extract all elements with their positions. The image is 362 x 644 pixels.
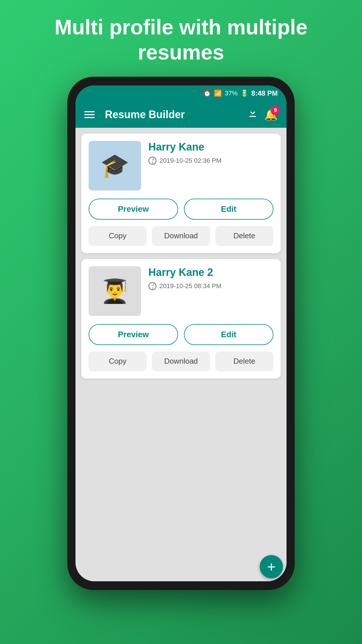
card-top-2: 👨‍🎓 Harry Kane 2 2019-10-25 08:34 PM (89, 266, 273, 316)
content-area: 🎓 Harry Kane 2019-10-25 02:36 PM Preview… (75, 128, 287, 581)
profile-date-row-1: 2019-10-25 02:36 PM (148, 157, 273, 165)
battery-text: 37% (225, 90, 238, 97)
notification-badge: 9 (271, 106, 280, 115)
download-icon-btn[interactable] (247, 108, 258, 121)
wifi-icon: 📶 (214, 90, 222, 97)
delete-button-2[interactable]: Delete (215, 351, 273, 371)
notification-bell-btn[interactable]: 🔔 9 (264, 108, 278, 121)
download-button-2[interactable]: Download (152, 351, 210, 371)
profile-name-1: Harry Kane (148, 141, 273, 153)
phone-screen: ⏰ 📶 37% 🔋 8:48 PM Resume Builder (75, 85, 287, 581)
clock-icon-1 (148, 157, 157, 165)
profile-info-1: Harry Kane 2019-10-25 02:36 PM (148, 141, 273, 165)
alarm-icon: ⏰ (203, 90, 211, 97)
app-title: Resume Builder (105, 108, 241, 121)
profile-card-1: 🎓 Harry Kane 2019-10-25 02:36 PM Preview… (81, 134, 281, 253)
profile-name-2: Harry Kane 2 (148, 266, 273, 279)
profile-info-2: Harry Kane 2 2019-10-25 08:34 PM (148, 266, 273, 290)
app-bar-actions: 🔔 9 (247, 108, 278, 121)
status-bar: ⏰ 📶 37% 🔋 8:48 PM (75, 85, 287, 102)
delete-button-1[interactable]: Delete (215, 226, 273, 246)
edit-button-2[interactable]: Edit (184, 324, 273, 345)
charge-icon: 🔋 (240, 90, 248, 97)
card-actions-top-2: Preview Edit (89, 324, 273, 345)
app-bar: Resume Builder 🔔 9 (75, 102, 287, 128)
copy-button-1[interactable]: Copy (89, 226, 147, 246)
hamburger-menu-icon[interactable] (84, 111, 95, 118)
fab-button[interactable]: + (260, 555, 283, 578)
phone-wrapper: ⏰ 📶 37% 🔋 8:48 PM Resume Builder (67, 77, 295, 590)
headline: Multi profile with multiple resumes (0, 0, 362, 77)
card-actions-bottom-1: Copy Download Delete (89, 226, 273, 246)
card-actions-top-1: Preview Edit (89, 199, 273, 220)
card-top-1: 🎓 Harry Kane 2019-10-25 02:36 PM (89, 141, 273, 190)
avatar-1: 🎓 (89, 141, 141, 190)
card-actions-bottom-2: Copy Download Delete (89, 351, 273, 371)
status-icons: ⏰ 📶 37% 🔋 8:48 PM (203, 89, 278, 97)
avatar-2: 👨‍🎓 (89, 266, 141, 316)
preview-button-1[interactable]: Preview (89, 199, 178, 220)
profile-date-row-2: 2019-10-25 08:34 PM (148, 282, 273, 290)
clock-icon-2 (148, 282, 157, 290)
edit-button-1[interactable]: Edit (184, 199, 273, 220)
preview-button-2[interactable]: Preview (89, 324, 178, 345)
profile-date-text-2: 2019-10-25 08:34 PM (159, 282, 222, 290)
profile-date-text-1: 2019-10-25 02:36 PM (159, 157, 222, 164)
copy-button-2[interactable]: Copy (89, 351, 147, 371)
status-time: 8:48 PM (251, 89, 278, 97)
download-button-1[interactable]: Download (152, 226, 210, 246)
profile-card-2: 👨‍🎓 Harry Kane 2 2019-10-25 08:34 PM Pre… (81, 259, 281, 379)
